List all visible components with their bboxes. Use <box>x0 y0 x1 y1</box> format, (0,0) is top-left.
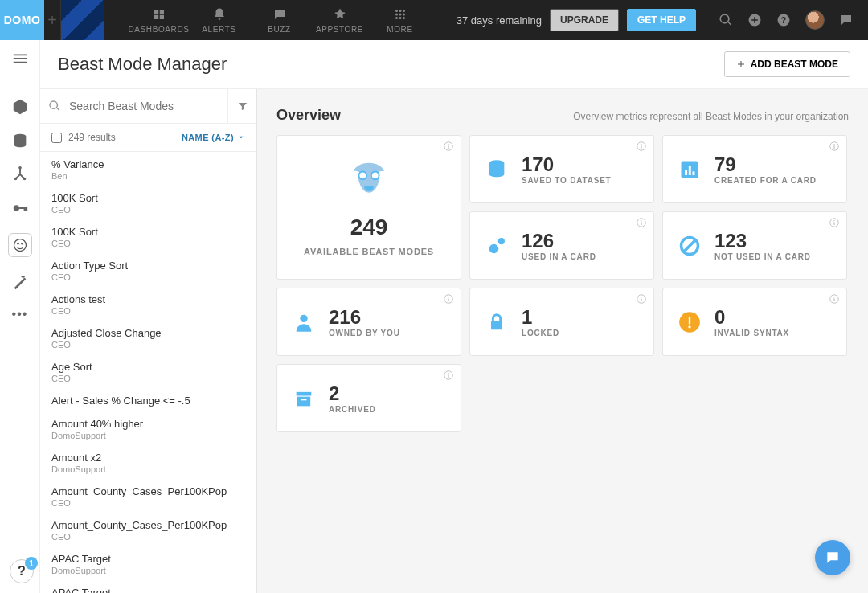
svg-rect-62 <box>448 374 448 378</box>
list-item[interactable]: APAC TargetDomoSupport <box>40 546 256 580</box>
wand-icon[interactable] <box>11 273 29 291</box>
upgrade-button[interactable]: UPGRADE <box>550 9 619 31</box>
help-icon[interactable]: ? <box>776 13 791 27</box>
card-saved[interactable]: 170SAVED TO DATASET <box>469 135 654 203</box>
svg-rect-31 <box>833 145 834 149</box>
person-icon <box>290 309 317 336</box>
item-owner: CEO <box>51 205 245 215</box>
svg-rect-65 <box>301 399 307 400</box>
card-created[interactable]: 79CREATED FOR A CARD <box>662 135 847 203</box>
select-all-checkbox[interactable] <box>51 133 62 143</box>
item-owner: CEO <box>51 532 245 542</box>
card-notused[interactable]: 123NOT USED IN A CARD <box>662 211 847 280</box>
card-value: 123 <box>714 230 811 252</box>
active-tab-tile[interactable] <box>60 0 104 40</box>
stack-icon[interactable] <box>11 132 29 149</box>
branch-icon[interactable] <box>11 166 29 183</box>
nav-more[interactable]: MORE <box>370 7 430 34</box>
list-item[interactable]: Amount_County_Cases_Per100KPopCEO <box>40 479 256 513</box>
search-input[interactable] <box>69 90 227 122</box>
filter-button[interactable] <box>227 89 256 123</box>
svg-point-6 <box>395 17 398 19</box>
add-circle-icon[interactable] <box>747 13 762 27</box>
nav-dashboards[interactable]: DASHBOARDS <box>129 7 189 34</box>
svg-rect-58 <box>689 317 690 324</box>
list-item[interactable]: 100K SortCEO <box>40 186 256 219</box>
list-item[interactable]: % VarianceBen <box>40 152 256 186</box>
alerts-icon <box>212 7 227 22</box>
svg-point-51 <box>641 296 641 297</box>
list-item[interactable]: Amount 40% higherDomoSupport <box>40 411 256 445</box>
item-name: Action Type Sort <box>51 260 245 272</box>
chart-icon <box>676 156 703 183</box>
svg-point-55 <box>833 296 834 297</box>
card-available[interactable]: 249 AVAILABLE BEAST MODES <box>276 135 461 280</box>
svg-rect-63 <box>297 391 312 395</box>
nav-label: ALERTS <box>202 25 235 34</box>
sort-dropdown[interactable]: NAME (A-Z) <box>182 133 245 142</box>
overview-title: Overview <box>276 107 341 124</box>
svg-rect-22 <box>448 145 448 149</box>
search-icon[interactable] <box>719 13 733 27</box>
svg-point-61 <box>448 373 448 374</box>
list-item[interactable]: Action Type SortCEO <box>40 253 256 287</box>
svg-rect-53 <box>491 321 502 329</box>
item-name: APAC Target <box>51 553 245 565</box>
item-name: Actions test <box>51 293 245 305</box>
card-used[interactable]: 126USED IN A CARD <box>469 211 654 280</box>
help-fab[interactable]: ? 1 <box>10 559 34 583</box>
list-item[interactable]: Alert - Sales % Change <= -.5 <box>40 388 256 411</box>
more-icon[interactable]: ••• <box>12 307 28 321</box>
archive-icon <box>290 385 317 412</box>
svg-rect-52 <box>641 298 641 301</box>
chat-fab[interactable] <box>815 540 850 575</box>
list-item[interactable]: Age SortCEO <box>40 354 256 388</box>
list-item[interactable]: Amount_County_Cases_Per100KPopCEO <box>40 513 256 546</box>
item-owner: DomoSupport <box>51 566 245 575</box>
list-panel: 249 results NAME (A-Z) % VarianceBen100K… <box>40 89 257 593</box>
list-item[interactable]: Adjusted Close ChangeCEO <box>40 321 256 354</box>
plus-icon <box>736 59 746 69</box>
add-beast-mode-button[interactable]: ADD BEAST MODE <box>724 51 850 77</box>
get-help-button[interactable]: GET HELP <box>627 9 696 31</box>
more-icon <box>393 7 407 22</box>
add-tab-button[interactable]: + <box>44 0 60 40</box>
list-item[interactable]: Amount x2DomoSupport <box>40 445 256 479</box>
key-icon[interactable] <box>11 199 29 217</box>
card-owned[interactable]: 216OWNED BY YOU <box>276 288 461 356</box>
list-item[interactable]: Actions testCEO <box>40 287 256 321</box>
comment-icon[interactable] <box>839 13 854 27</box>
list-item[interactable]: 100K SortCEO <box>40 219 256 253</box>
svg-rect-34 <box>689 166 691 175</box>
hamburger-icon[interactable] <box>11 50 29 67</box>
info-icon <box>829 217 840 228</box>
nav-appstore[interactable]: APPSTORE <box>309 7 370 34</box>
nav-alerts[interactable]: ALERTS <box>189 7 249 34</box>
nav-buzz[interactable]: BUZZ <box>249 7 309 34</box>
card-label: SAVED TO DATASET <box>522 176 612 185</box>
svg-point-13 <box>18 166 22 170</box>
item-owner: CEO <box>51 272 245 282</box>
svg-point-37 <box>641 220 641 221</box>
warning-icon <box>676 309 703 336</box>
chat-icon <box>825 550 841 566</box>
svg-rect-33 <box>685 170 687 175</box>
brand-logo[interactable]: DOMO <box>0 0 44 40</box>
item-owner: CEO <box>51 498 245 508</box>
card-invalid[interactable]: 0INVALID SYNTAX <box>662 288 847 356</box>
card-locked[interactable]: 1LOCKED <box>469 288 654 356</box>
list-item[interactable]: APAC TargetDomoSupport <box>40 580 256 593</box>
user-avatar[interactable] <box>805 10 825 30</box>
card-archived[interactable]: 2ARCHIVED <box>276 364 461 432</box>
sort-label: NAME (A-Z) <box>182 133 234 142</box>
item-name: Age Sort <box>51 361 245 373</box>
info-icon <box>636 217 647 228</box>
item-name: % Variance <box>51 158 245 170</box>
item-name: 100K Sort <box>51 226 245 238</box>
item-owner: CEO <box>51 239 245 248</box>
beast-mode-icon[interactable] <box>8 233 32 257</box>
svg-point-5 <box>403 13 405 15</box>
help-badge: 1 <box>25 557 38 570</box>
card-label: LOCKED <box>522 329 559 337</box>
cube-icon[interactable] <box>11 98 29 116</box>
